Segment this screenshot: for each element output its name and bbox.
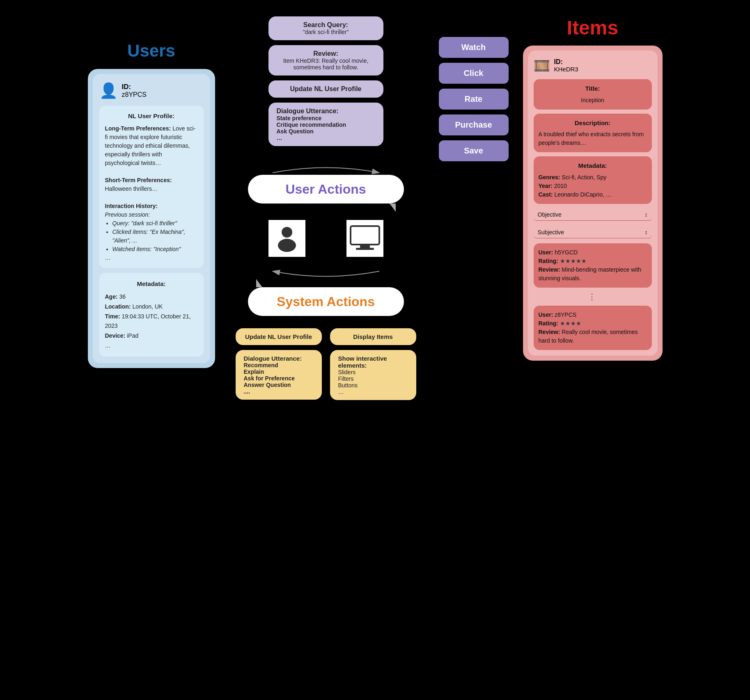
dots-divider: ⋮ bbox=[534, 292, 652, 302]
middle-column: Search Query: "dark sci-fi thriller" Rev… bbox=[227, 16, 424, 400]
objective-icon: ↕ bbox=[645, 211, 648, 218]
user-id-label: ID: bbox=[122, 83, 131, 91]
item-title-box: Title: Inception bbox=[534, 79, 652, 110]
interaction-label: Interaction History: bbox=[105, 203, 158, 209]
bottom-left-col: Update NL User Profile Dialogue Utteranc… bbox=[236, 328, 322, 400]
subjective-row: Subjective ↕ bbox=[534, 226, 652, 238]
watch-button[interactable]: Watch bbox=[439, 37, 509, 58]
display-items-card: Display Items bbox=[330, 328, 416, 345]
review2-user: User: z8YPCS bbox=[539, 311, 647, 319]
search-query-title: Search Query: bbox=[277, 21, 375, 29]
show-interactive-title: Show interactive elements: bbox=[338, 355, 408, 369]
update-nl-card-top: Update NL User Profile bbox=[268, 80, 383, 98]
system-actions-arrow bbox=[248, 269, 404, 281]
review1-review-label: Review: bbox=[539, 266, 560, 273]
item-title-label: Title: bbox=[539, 84, 647, 94]
review2-user-label: User: bbox=[539, 311, 553, 318]
dialogue-title-bottom: Dialogue Utterance: bbox=[244, 355, 314, 362]
search-query-content: "dark sci-fi thriller" bbox=[277, 29, 375, 35]
genres-label: Genres: bbox=[539, 174, 560, 181]
user-card-inner: 👤 ID: z8YPCS NL User Profile: Long-Term … bbox=[93, 74, 210, 363]
svg-point-1 bbox=[282, 227, 292, 238]
review1-rating: Rating: ★★★★★ bbox=[539, 257, 647, 265]
svg-rect-4 bbox=[360, 245, 370, 248]
person-icon bbox=[268, 220, 305, 257]
items-title: Items bbox=[567, 16, 618, 39]
item-year: Year: 2010 bbox=[539, 182, 647, 190]
items-card-outer: 🎞️ ID: KHeDR3 Title: Inception Descripti… bbox=[523, 46, 663, 361]
user-actions-text: User Actions bbox=[285, 182, 366, 197]
review1-rating-label: Rating: bbox=[539, 258, 558, 264]
user-actions-section: User Actions bbox=[227, 162, 424, 204]
age-value: 36 bbox=[119, 293, 126, 300]
svg-point-2 bbox=[278, 239, 296, 252]
system-actions-section: System Actions bbox=[248, 269, 404, 316]
long-term-label: Long-Term Preferences: bbox=[105, 125, 171, 132]
interaction-item-3: Watched items: "Inception" bbox=[112, 245, 198, 254]
items-card-inner: 🎞️ ID: KHeDR3 Title: Inception Descripti… bbox=[528, 50, 658, 356]
item-description-box: Description: A troubled thief who extrac… bbox=[534, 114, 652, 153]
bottom-right-col: Display Items Show interactive elements:… bbox=[330, 328, 416, 400]
update-nl-title-top: Update NL User Profile bbox=[277, 85, 375, 93]
interaction-list: Query: "dark sci-fi thriller" Clicked it… bbox=[112, 219, 198, 254]
review1-user-label: User: bbox=[539, 249, 553, 256]
interaction-ellipsis: … bbox=[105, 254, 111, 261]
system-actions-text: System Actions bbox=[277, 294, 375, 309]
interactive-items: SlidersFiltersButtons… bbox=[338, 369, 408, 395]
review-card-content: Item KHeDR3: Really cool movie, sometime… bbox=[277, 57, 375, 71]
monitor-icon bbox=[346, 220, 383, 257]
item-genres: Genres: Sci-fi, Action, Spy bbox=[539, 173, 647, 182]
subjective-label: Subjective bbox=[538, 229, 564, 236]
item-metadata-box: Metadata: Genres: Sci-fi, Action, Spy Ye… bbox=[534, 156, 652, 204]
location-label: Location: bbox=[105, 303, 131, 310]
review2-rating: Rating: ★★★★ bbox=[539, 319, 647, 328]
device-value: iPad bbox=[127, 332, 138, 339]
nl-profile-box: NL User Profile: Long-Term Preferences: … bbox=[99, 106, 204, 268]
review2-user-value: z8YPCS bbox=[555, 311, 576, 318]
rate-button[interactable]: Rate bbox=[439, 89, 509, 110]
update-nl-title-bottom: Update NL User Profile bbox=[244, 333, 314, 340]
interaction-sub: Previous session: bbox=[105, 211, 150, 218]
action-buttons-column: Watch Click Rate Purchase Save bbox=[437, 37, 511, 161]
item-description-value: A troubled thief who extracts secrets fr… bbox=[539, 130, 647, 147]
main-container: Users 👤 ID: z8YPCS NL User Profile: Long… bbox=[0, 0, 750, 700]
top-action-cards: Search Query: "dark sci-fi thriller" Rev… bbox=[227, 16, 424, 146]
purchase-button[interactable]: Purchase bbox=[439, 114, 509, 135]
update-nl-card-bottom: Update NL User Profile bbox=[236, 328, 322, 345]
device-label: Device: bbox=[105, 332, 126, 339]
year-value: 2010 bbox=[554, 183, 567, 189]
item-description-label: Description: bbox=[539, 119, 647, 128]
review1-user-value: h5YGCD bbox=[555, 249, 578, 256]
user-metadata-title: Metadata: bbox=[105, 279, 198, 289]
review2-stars: ★★★★ bbox=[560, 320, 581, 327]
review-card-title: Review: bbox=[277, 50, 375, 57]
users-title: Users bbox=[127, 41, 175, 61]
user-id-value: z8YPCS bbox=[122, 91, 147, 98]
cast-value: Leonardo DiCaprio, … bbox=[554, 191, 611, 198]
svg-rect-5 bbox=[356, 248, 374, 250]
review1-stars: ★★★★★ bbox=[560, 258, 587, 264]
save-button[interactable]: Save bbox=[439, 140, 509, 161]
interaction-item-1: Query: "dark sci-fi thriller" bbox=[112, 219, 198, 228]
show-interactive-card: Show interactive elements: SlidersFilter… bbox=[330, 350, 416, 400]
nl-profile-title: NL User Profile: bbox=[105, 112, 198, 121]
interaction-item-2: Clicked items: "Ex Machina", "Alien", ..… bbox=[112, 228, 198, 245]
dialogue-items-top: State preferenceCritique recommendationA… bbox=[277, 115, 375, 141]
user-id-block: ID: z8YPCS bbox=[122, 83, 147, 98]
short-term-label: Short-Term Preferences: bbox=[105, 177, 172, 183]
user-actions-banner: User Actions bbox=[248, 175, 404, 204]
click-button[interactable]: Click bbox=[439, 63, 509, 84]
age-label: Age: bbox=[105, 293, 118, 300]
users-column: Users 👤 ID: z8YPCS NL User Profile: Long… bbox=[88, 41, 215, 368]
svg-rect-3 bbox=[351, 226, 379, 245]
review1-text: Review: Mind-bending masterpiece with st… bbox=[539, 265, 647, 283]
time-label: Time: bbox=[105, 313, 120, 320]
dialogue-items-bottom: RecommendExplainAsk for PreferenceAnswer… bbox=[244, 362, 314, 395]
item-metadata-label: Metadata: bbox=[539, 161, 647, 171]
review1-user: User: h5YGCD bbox=[539, 248, 647, 257]
subjective-icon: ↕ bbox=[645, 229, 648, 236]
search-query-card: Search Query: "dark sci-fi thriller" bbox=[268, 16, 383, 40]
item-title-value: Inception bbox=[539, 96, 647, 105]
system-actions-banner: System Actions bbox=[248, 287, 404, 316]
cast-label: Cast: bbox=[539, 191, 553, 198]
